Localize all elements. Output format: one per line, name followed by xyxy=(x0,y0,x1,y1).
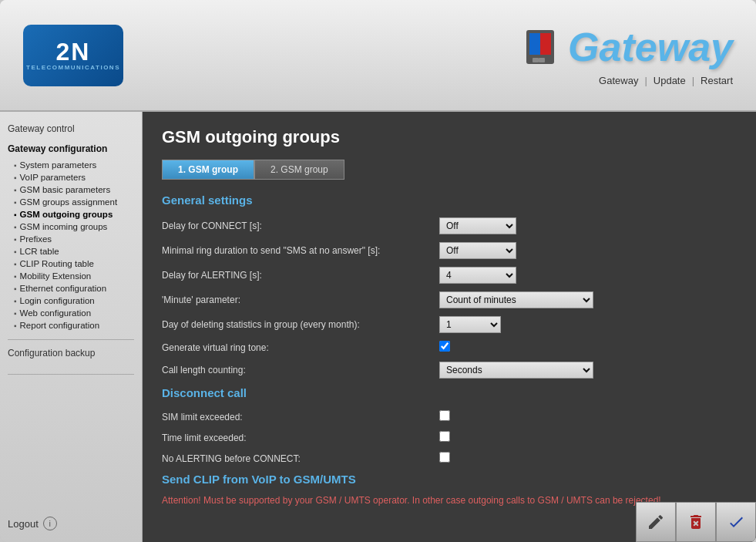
control-delay-alerting[interactable]: Off 1 2 3 4 5 xyxy=(439,267,516,284)
sidebar: Gateway control Gateway configuration Sy… xyxy=(0,112,143,542)
label-delay-connect: Delay for CONNECT [s]: xyxy=(162,221,439,231)
sidebar-item-gsm-basic[interactable]: GSM basic parameters xyxy=(8,183,134,196)
sidebar-item-voip-parameters[interactable]: VoIP parameters xyxy=(8,171,134,183)
form-row-time-limit: Time limit exceeded: xyxy=(162,431,737,444)
checkbox-sim-limit[interactable] xyxy=(439,410,450,421)
sidebar-item-label: Web configuration xyxy=(20,308,91,318)
sidebar-item-gsm-incoming-groups[interactable]: GSM incoming groups xyxy=(8,221,134,233)
sidebar-config-backup[interactable]: Configuration backup xyxy=(8,348,134,359)
nav-update[interactable]: Update xyxy=(654,75,686,86)
select-delay-alerting[interactable]: Off 1 2 3 4 5 xyxy=(439,267,516,284)
toolbar-delete-button[interactable] xyxy=(676,502,716,542)
label-sim-limit: SIM limit exceeded: xyxy=(162,412,439,422)
sidebar-item-login-config[interactable]: Login configuration xyxy=(8,295,134,307)
sidebar-item-label: System parameters xyxy=(20,160,97,170)
page-title: GSM outgoing groups xyxy=(162,127,737,147)
sidebar-item-label: GSM incoming groups xyxy=(20,222,108,231)
checkbox-virtual-ring[interactable] xyxy=(439,341,450,352)
label-no-alerting: No ALERTING before CONNECT: xyxy=(162,453,439,464)
save-icon xyxy=(727,513,745,531)
sidebar-item-gsm-groups-assignment[interactable]: GSM groups assignment xyxy=(8,196,134,208)
form-row-day-delete-stats: Day of deleting statistics in group (eve… xyxy=(162,316,737,333)
select-call-length[interactable]: Seconds Minutes Count of minutes xyxy=(439,362,593,379)
sidebar-item-label: VoIP parameters xyxy=(20,173,86,182)
info-icon: i xyxy=(43,517,57,530)
svg-rect-4 xyxy=(539,58,545,62)
logout-area[interactable]: Logout i xyxy=(8,517,134,530)
label-time-limit: Time limit exceeded: xyxy=(162,433,439,443)
sidebar-item-system-parameters[interactable]: System parameters xyxy=(8,159,134,171)
control-call-length[interactable]: Seconds Minutes Count of minutes xyxy=(439,362,593,379)
label-delay-alerting: Delay for ALERTING [s]: xyxy=(162,270,439,281)
control-time-limit[interactable] xyxy=(439,431,450,444)
label-virtual-ring: Generate virtual ring tone: xyxy=(162,342,439,353)
sidebar-item-web-config[interactable]: Web configuration xyxy=(8,307,134,319)
form-row-sim-limit: SIM limit exceeded: xyxy=(162,410,737,423)
form-row-delay-connect: Delay for CONNECT [s]: Off 1 2 3 4 5 xyxy=(162,217,737,234)
nav-sep-2: | xyxy=(692,75,694,86)
label-call-length: Call length counting: xyxy=(162,365,439,375)
toolbar-edit-button[interactable] xyxy=(636,502,676,542)
sidebar-section-title: Gateway configuration xyxy=(8,143,134,154)
sidebar-item-label: Login configuration xyxy=(20,296,95,305)
checkbox-time-limit[interactable] xyxy=(439,431,450,442)
sidebar-item-label: CLIP Routing table xyxy=(20,259,94,268)
svg-rect-3 xyxy=(533,58,539,62)
select-delay-connect[interactable]: Off 1 2 3 4 5 xyxy=(439,217,516,234)
form-row-call-length: Call length counting: Seconds Minutes Co… xyxy=(162,362,737,379)
delete-icon xyxy=(687,513,705,531)
control-delay-connect[interactable]: Off 1 2 3 4 5 xyxy=(439,217,516,234)
sidebar-item-label: Ethernet configuration xyxy=(20,284,107,293)
sidebar-item-label: Prefixes xyxy=(20,234,52,244)
sidebar-gateway-control[interactable]: Gateway control xyxy=(8,123,134,134)
gateway-brand: Gateway xyxy=(522,24,733,70)
nav-links: Gateway | Update | Restart xyxy=(599,75,733,86)
content-inner: GSM outgoing groups 1. GSM group 2. GSM … xyxy=(143,112,756,542)
form-row-delay-alerting: Delay for ALERTING [s]: Off 1 2 3 4 5 xyxy=(162,267,737,284)
sidebar-item-gsm-outgoing-groups[interactable]: GSM outgoing groups xyxy=(8,208,134,221)
control-min-ring[interactable]: Off 5 10 15 20 xyxy=(439,242,516,259)
sidebar-item-mobility-extension[interactable]: Mobility Extension xyxy=(8,270,134,282)
send-clip-heading: Send CLIP from VoIP to GSM/UMTS xyxy=(162,473,737,486)
logo-subtext: TELECOMMUNICATIONS xyxy=(26,64,120,71)
label-minute-param: 'Minute' parameter: xyxy=(162,295,439,305)
control-no-alerting[interactable] xyxy=(439,452,450,465)
control-day-delete-stats[interactable]: 1 2 3 4 5 xyxy=(439,316,501,333)
label-min-ring: Minimal ring duration to send "SMS at no… xyxy=(162,245,439,256)
control-virtual-ring[interactable] xyxy=(439,341,450,354)
sidebar-item-report-config[interactable]: Report configuration xyxy=(8,319,134,332)
logo-area: 2N TELECOMMUNICATIONS xyxy=(23,25,123,86)
sidebar-item-lcr-table[interactable]: LCR table xyxy=(8,245,134,258)
header-right: Gateway Gateway | Update | Restart xyxy=(522,24,733,86)
content-area: GSM outgoing groups 1. GSM group 2. GSM … xyxy=(143,112,756,542)
header: 2N TELECOMMUNICATIONS Gateway Gateway | xyxy=(0,0,756,112)
tab-2-gsm-group[interactable]: 2. GSM group xyxy=(254,160,344,180)
control-minute-param[interactable]: Count of minutes Seconds Minutes xyxy=(439,291,593,308)
toolbar-save-button[interactable] xyxy=(716,502,756,542)
gateway-icon xyxy=(522,24,559,70)
control-sim-limit[interactable] xyxy=(439,410,450,423)
sidebar-item-label: GSM basic parameters xyxy=(20,185,111,194)
gateway-title: Gateway xyxy=(568,24,733,70)
bottom-toolbar xyxy=(636,502,756,542)
sidebar-item-label: GSM groups assignment xyxy=(20,197,118,207)
select-minute-param[interactable]: Count of minutes Seconds Minutes xyxy=(439,291,593,308)
nav-gateway[interactable]: Gateway xyxy=(599,75,638,86)
label-day-delete-stats: Day of deleting statistics in group (eve… xyxy=(162,319,439,330)
sidebar-item-prefixes[interactable]: Prefixes xyxy=(8,233,134,245)
form-row-virtual-ring: Generate virtual ring tone: xyxy=(162,341,737,354)
pencil-icon xyxy=(647,513,665,531)
form-row-minute-param: 'Minute' parameter: Count of minutes Sec… xyxy=(162,291,737,308)
tab-1-gsm-group[interactable]: 1. GSM group xyxy=(162,160,254,180)
main-layout: Gateway control Gateway configuration Sy… xyxy=(0,112,756,542)
svg-rect-2 xyxy=(529,33,540,55)
checkbox-no-alerting[interactable] xyxy=(439,452,450,463)
sidebar-item-clip-routing[interactable]: CLIP Routing table xyxy=(8,258,134,270)
sidebar-divider xyxy=(8,339,134,340)
select-min-ring[interactable]: Off 5 10 15 20 xyxy=(439,242,516,259)
sidebar-item-label: Report configuration xyxy=(20,321,100,330)
select-day-delete-stats[interactable]: 1 2 3 4 5 xyxy=(439,316,501,333)
logo-text: 2N xyxy=(56,39,91,64)
sidebar-item-ethernet-config[interactable]: Ethernet configuration xyxy=(8,282,134,295)
nav-restart[interactable]: Restart xyxy=(701,75,733,86)
